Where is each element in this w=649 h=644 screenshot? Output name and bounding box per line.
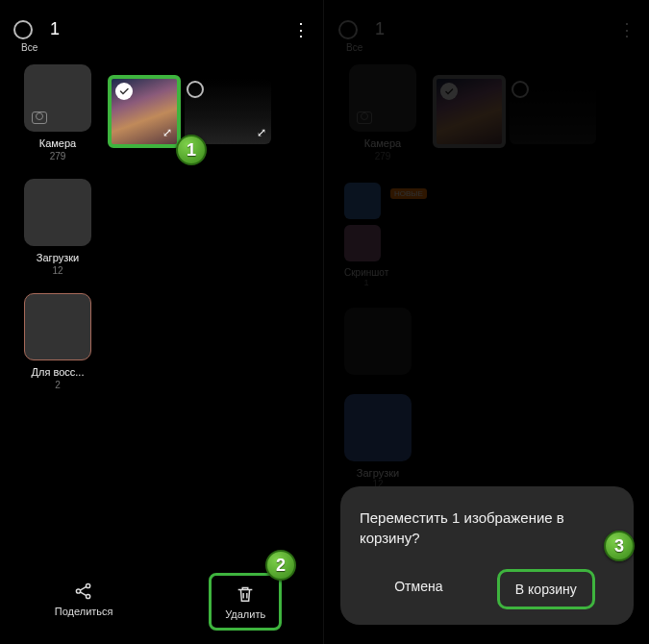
new-badge: НОВЫЕ bbox=[390, 188, 427, 199]
share-label: Поделиться bbox=[55, 606, 113, 617]
header: 1 ⋮ Все bbox=[0, 0, 323, 45]
album-count: 12 bbox=[19, 265, 96, 276]
mini-thumbnail bbox=[344, 183, 381, 219]
select-all-checkbox bbox=[338, 20, 358, 39]
header: 1 ⋮ Все bbox=[325, 0, 649, 45]
bottom-action-bar: Поделиться Удалить bbox=[0, 573, 323, 631]
album-label: Камера bbox=[344, 137, 421, 149]
svg-point-0 bbox=[77, 589, 81, 593]
album-label: Загрузки bbox=[19, 252, 96, 263]
mini-album-list: Скриншот 1 bbox=[344, 183, 388, 287]
delete-label: Удалить bbox=[225, 608, 265, 620]
album-label: Загрузки bbox=[344, 467, 412, 479]
album-count: 2 bbox=[19, 380, 96, 390]
camera-icon bbox=[24, 64, 91, 132]
album-item-camera: Камера 279 bbox=[344, 64, 421, 161]
cancel-button[interactable]: Отмена bbox=[379, 569, 458, 609]
svg-point-2 bbox=[87, 594, 90, 598]
step-badge-1: 1 bbox=[176, 135, 207, 165]
album-label: Камера bbox=[19, 137, 96, 149]
album-item-downloads: Загрузки 12 bbox=[344, 394, 412, 489]
share-button[interactable]: Поделиться bbox=[41, 573, 127, 631]
delete-confirm-dialog: Переместить 1 изображение в корзину? Отм… bbox=[340, 486, 634, 625]
trash-icon bbox=[235, 583, 256, 605]
album-count: 1 bbox=[344, 278, 388, 287]
dialog-message: Переместить 1 изображение в корзину? bbox=[360, 508, 614, 548]
album-item-blank bbox=[344, 308, 412, 375]
delete-button[interactable]: Удалить bbox=[209, 573, 282, 631]
album-count: 279 bbox=[344, 151, 421, 161]
mini-thumbnail bbox=[344, 225, 381, 261]
svg-point-1 bbox=[87, 583, 90, 587]
dialog-actions: Отмена В корзину bbox=[360, 569, 614, 609]
album-item-camera[interactable]: Камера 279 bbox=[19, 64, 96, 161]
album-list: Камера 279 bbox=[325, 45, 649, 161]
step-badge-3: 3 bbox=[604, 531, 635, 561]
album-item-restore[interactable]: Для восс... 2 bbox=[19, 293, 96, 390]
selected-count: 1 bbox=[375, 19, 385, 39]
album-item-downloads[interactable]: Загрузки 12 bbox=[19, 179, 96, 276]
selected-count: 1 bbox=[50, 19, 60, 39]
camera-icon bbox=[349, 64, 416, 132]
album-thumbnail bbox=[24, 293, 91, 360]
screen-gallery-selection: 1 ⋮ Все ⤢ ⤢ Камера 279 Загрузки 12 bbox=[0, 0, 324, 644]
album-count: 279 bbox=[19, 151, 96, 161]
screen-delete-dialog: 1 ⋮ Все Камера 279 Скриншот 1 НОВЫЕ Загр bbox=[325, 0, 649, 644]
album-list: Камера 279 Загрузки 12 Для восс... 2 bbox=[0, 45, 323, 390]
overflow-menu-icon[interactable]: ⋮ bbox=[292, 21, 310, 38]
overflow-menu-icon: ⋮ bbox=[618, 21, 636, 38]
album-label: Для восс... bbox=[19, 366, 96, 378]
album-label: Скриншот bbox=[344, 267, 388, 278]
select-all-checkbox[interactable] bbox=[13, 20, 33, 39]
confirm-button[interactable]: В корзину bbox=[497, 569, 595, 609]
step-badge-2: 2 bbox=[265, 550, 296, 581]
share-icon bbox=[73, 581, 94, 602]
album-thumbnail bbox=[24, 179, 91, 246]
